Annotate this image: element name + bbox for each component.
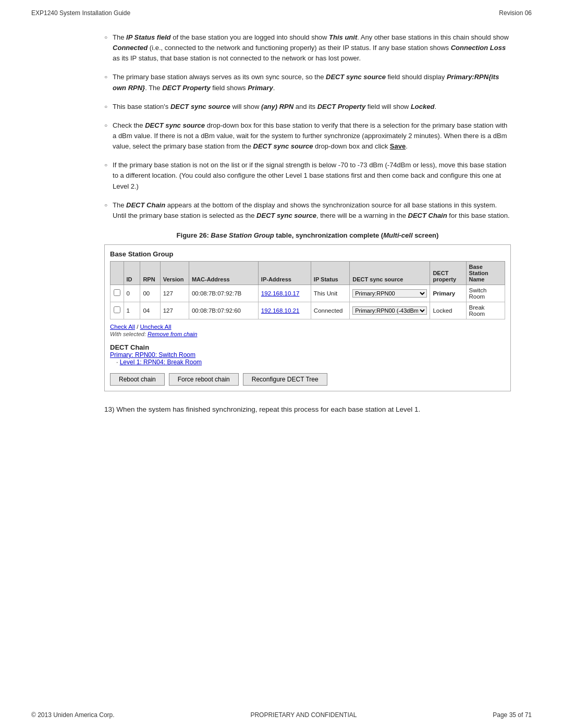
- row0-ip-link[interactable]: 192.168.10.17: [261, 290, 300, 297]
- bullet-dot-1: ○: [104, 33, 107, 42]
- bullet-text-5: If the primary base station is not on th…: [113, 160, 511, 191]
- row0-status: This Unit: [311, 285, 349, 302]
- figure-section: Figure 26: Base Station Group table, syn…: [104, 231, 511, 391]
- bullet-text-4: Check the DECT sync source drop-down box…: [113, 120, 511, 152]
- dect-chain-primary: Primary: RPN00: Switch Room: [110, 351, 505, 359]
- bullet-text-1: The IP Status field of the base station …: [113, 32, 511, 64]
- row1-status: Connected: [311, 302, 349, 319]
- table-container: Base Station Group ID RPN Version MAC-Ad…: [104, 244, 511, 391]
- row0-check[interactable]: [111, 285, 124, 302]
- row1-mac: 00:08:7B:07:92:60: [189, 302, 258, 319]
- row0-ip: 192.168.10.17: [258, 285, 311, 302]
- col-header-mac: MAC-Address: [189, 261, 258, 285]
- page-footer: © 2013 Uniden America Corp. PROPRIETARY …: [0, 706, 563, 728]
- bullet-item-2: ○ The primary base station always serves…: [104, 72, 511, 93]
- row1-dect-select[interactable]: Primary:RPN00 (-43dBm): [352, 306, 427, 315]
- table-row: 1 04 127 00:08:7B:07:92:60 192.168.10.21…: [111, 302, 505, 319]
- row0-id: 0: [124, 285, 140, 302]
- remove-from-chain-link[interactable]: Remove from chain: [148, 331, 197, 337]
- check-all-link[interactable]: Check All: [110, 324, 135, 330]
- col-header-status: IP Status: [311, 261, 349, 285]
- bullet-text-3: This base station's DECT sync source wil…: [113, 102, 511, 112]
- dect-chain-level1-link[interactable]: Level 1: RPN04: Break Room: [120, 359, 202, 366]
- figure-caption: Figure 26: Base Station Group table, syn…: [104, 231, 511, 239]
- row0-name: Switch Room: [466, 285, 505, 302]
- col-header-version: Version: [160, 261, 189, 285]
- dect-chain-title: DECT Chain: [110, 343, 505, 351]
- bullet-item-6: ○ The DECT Chain appears at the bottom o…: [104, 200, 511, 221]
- row0-checkbox[interactable]: [114, 289, 120, 296]
- row1-version: 127: [160, 302, 189, 319]
- with-selected-text: With selected: Remove from chain: [110, 331, 505, 337]
- bullet-item-5: ○ If the primary base station is not on …: [104, 160, 511, 191]
- row1-checkbox[interactable]: [114, 306, 120, 313]
- row1-prop: Locked: [430, 302, 466, 319]
- col-header-rpn: RPN: [140, 261, 160, 285]
- bullet-dot-4: ○: [104, 121, 107, 130]
- bullet-item-4: ○ Check the DECT sync source drop-down b…: [104, 120, 511, 152]
- reboot-chain-button[interactable]: Reboot chain: [110, 373, 165, 386]
- row1-ip: 192.168.10.21: [258, 302, 311, 319]
- bullet-dot-6: ○: [104, 201, 107, 209]
- table-buttons-row: Reboot chain Force reboot chain Reconfig…: [110, 373, 505, 386]
- header-left: EXP1240 System Installation Guide: [31, 9, 130, 17]
- dect-chain-primary-link[interactable]: Primary: RPN00: Switch Room: [110, 351, 195, 359]
- row1-check[interactable]: [111, 302, 124, 319]
- table-header-row: ID RPN Version MAC-Address IP-Address IP…: [111, 261, 505, 285]
- table-section-title: Base Station Group: [110, 250, 505, 258]
- step-13-number: 13): [104, 405, 115, 413]
- col-header-prop: DECT property: [430, 261, 466, 285]
- bullet-list: ○ The IP Status field of the base statio…: [104, 32, 511, 221]
- col-header-id: ID: [124, 261, 140, 285]
- bullet-dot-5: ○: [104, 161, 107, 169]
- content-area: ○ The IP Status field of the base statio…: [0, 22, 563, 706]
- uncheck-all-link[interactable]: Uncheck All: [140, 324, 172, 330]
- row1-id: 1: [124, 302, 140, 319]
- row1-ip-link[interactable]: 192.168.10.21: [261, 307, 300, 314]
- table-row: 0 00 127 00:08:7B:07:92:7B 192.168.10.17…: [111, 285, 505, 302]
- header-right: Revision 06: [499, 9, 532, 17]
- step-13: 13) When the system has finished synchro…: [104, 404, 511, 415]
- footer-right: Page 35 of 71: [493, 711, 532, 719]
- row0-mac: 00:08:7B:07:92:7B: [189, 285, 258, 302]
- row0-dect[interactable]: Primary:RPN00: [350, 285, 430, 302]
- bullet-item-3: ○ This base station's DECT sync source w…: [104, 102, 511, 112]
- dect-chain-section: DECT Chain Primary: RPN00: Switch Room ·…: [110, 343, 505, 366]
- base-station-table: ID RPN Version MAC-Address IP-Address IP…: [110, 261, 505, 319]
- row1-dect[interactable]: Primary:RPN00 (-43dBm): [350, 302, 430, 319]
- page-container: EXP1240 System Installation Guide Revisi…: [0, 0, 563, 728]
- step-13-text: When the system has finished synchronizi…: [116, 405, 420, 413]
- col-header-name: Base Station Name: [466, 261, 505, 285]
- bullet-text-2: The primary base station always serves a…: [113, 72, 511, 93]
- force-reboot-button[interactable]: Force reboot chain: [169, 373, 239, 386]
- reconfigure-button[interactable]: Reconfigure DECT Tree: [243, 373, 327, 386]
- col-header-ip: IP-Address: [258, 261, 311, 285]
- row0-dect-select[interactable]: Primary:RPN00: [352, 289, 427, 298]
- col-header-check: [111, 261, 124, 285]
- row0-prop: Primary: [430, 285, 466, 302]
- row1-rpn: 04: [140, 302, 160, 319]
- footer-left: © 2013 Uniden America Corp.: [31, 711, 115, 719]
- footer-center: PROPRIETARY AND CONFIDENTIAL: [250, 711, 357, 719]
- row0-rpn: 00: [140, 285, 160, 302]
- dect-chain-level1: · Level 1: RPN04: Break Room: [116, 359, 505, 366]
- figure-number: 26: [199, 231, 206, 239]
- row0-version: 127: [160, 285, 189, 302]
- bullet-dot-3: ○: [104, 103, 107, 111]
- table-links-row: Check All / Uncheck All With selected: R…: [110, 324, 505, 337]
- row1-name: Break Room: [466, 302, 505, 319]
- col-header-dect: DECT sync source: [350, 261, 430, 285]
- bullet-text-6: The DECT Chain appears at the bottom of …: [113, 200, 511, 221]
- page-header: EXP1240 System Installation Guide Revisi…: [0, 0, 563, 22]
- bullet-dot-2: ○: [104, 73, 107, 81]
- bullet-item-1: ○ The IP Status field of the base statio…: [104, 32, 511, 64]
